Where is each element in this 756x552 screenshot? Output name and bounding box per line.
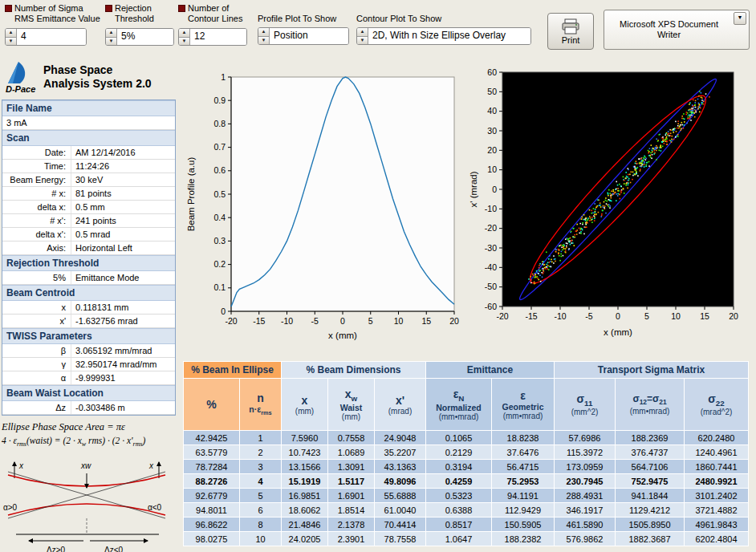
rejection-value-field[interactable]: 5%: [117, 29, 173, 45]
control-indicator-icon: [5, 5, 12, 12]
table-cell: 55.6888: [375, 489, 426, 503]
sigma-control: Number of Sigma RMS Emittance Value 4: [5, 3, 101, 46]
section-header-scan: Scan: [2, 130, 175, 146]
contour-lines-value-field[interactable]: 12: [190, 29, 246, 45]
rms-emittance-formula: 4 · εrms(waist) = (2 · xw rms) · (2 · x'…: [2, 436, 176, 448]
rejection-label-line2: Threshold: [115, 14, 154, 23]
svg-text:20: 20: [729, 311, 738, 321]
table-cell: 56.4715: [492, 460, 555, 474]
column-header: xwWaist(mm): [328, 379, 375, 431]
table-cell: 16.9851: [282, 489, 328, 503]
info-row: Axis:Horizontal Left: [2, 242, 175, 255]
column-header: x(mm): [282, 379, 328, 431]
table-cell: 346.1917: [555, 503, 616, 518]
info-value: 3 mA: [2, 116, 175, 129]
table-cell: 188.2382: [492, 532, 555, 546]
svg-text:10: 10: [394, 316, 404, 326]
info-label: # x:: [2, 187, 71, 200]
table-cell: 188.2369: [616, 431, 685, 445]
info-label: x: [2, 301, 71, 314]
section-header-beam-centroid: Beam Centroid: [2, 285, 175, 301]
increment-button[interactable]: [6, 29, 16, 38]
print-button[interactable]: Print: [547, 13, 594, 50]
contour-plot-ring[interactable]: 2D, With n Size Ellipse Overlay: [356, 27, 531, 45]
section-header-file-name: File Name: [2, 100, 175, 116]
info-value: 81 points: [71, 187, 175, 200]
beam-waist-diagram: x x xw α>0 α<0 Δz>0 Δz<0: [2, 451, 172, 552]
svg-text:20: 20: [487, 145, 497, 155]
diagram-alpha-negative-label: α<0: [148, 503, 162, 512]
section-header-rejection-threshold: Rejection Threshold: [2, 255, 175, 271]
table-cell: 5: [240, 489, 282, 503]
table-cell: 620.2480: [685, 431, 749, 445]
column-header: x'(mrad): [375, 379, 426, 431]
table-cell: 1.0689: [328, 445, 375, 460]
svg-text:-20: -20: [496, 311, 508, 321]
table-cell: 0.4259: [426, 474, 492, 489]
sigma-label-line1: Number of Sigma: [14, 3, 83, 13]
table-row: 94.8011618.60621.851461.00400.6388112.94…: [184, 503, 749, 518]
table-cell: 288.4931: [555, 489, 616, 503]
table-cell: 98.0275: [184, 532, 240, 546]
table-cell: 42.9425: [184, 431, 240, 445]
contour-lines-label: Number of Contour Lines: [188, 3, 243, 24]
decrement-button[interactable]: [258, 37, 269, 45]
table-row: 63.5779210.74231.068935.22070.212937.647…: [184, 445, 749, 460]
table-cell: 1.0647: [426, 532, 492, 546]
sigma-spinner[interactable]: 4: [5, 28, 87, 46]
table-cell: 1: [240, 431, 282, 445]
table-cell: 564.7106: [616, 460, 685, 474]
svg-text:1: 1: [221, 72, 226, 82]
decrement-button[interactable]: [357, 37, 368, 45]
table-cell: 1.3091: [328, 460, 375, 474]
svg-text:0: 0: [340, 316, 345, 326]
svg-text:0.3: 0.3: [213, 236, 226, 246]
increment-button[interactable]: [179, 29, 189, 38]
diagram-x-right-label: x: [148, 461, 154, 470]
decrement-button[interactable]: [106, 38, 116, 46]
printer-select[interactable]: Microsoft XPS Document Writer: [604, 10, 750, 50]
svg-text:-5: -5: [585, 311, 592, 321]
column-header: εGeometric(mm•mrad): [492, 379, 555, 431]
sigma-label: Number of Sigma RMS Emittance Value: [14, 3, 100, 24]
info-row: β3.065192 mm/mrad: [2, 344, 175, 358]
spinner-arrows: [179, 29, 190, 45]
svg-text:-10: -10: [281, 316, 293, 326]
table-cell: 7.5960: [282, 431, 328, 445]
info-label: Date:: [2, 146, 71, 159]
table-cell: 21.4846: [282, 518, 328, 532]
increment-button[interactable]: [258, 28, 269, 37]
contour-plot-value[interactable]: 2D, With n Size Ellipse Overlay: [368, 28, 530, 44]
phase-space-analysis-app: Number of Sigma RMS Emittance Value 4 Re…: [0, 0, 756, 552]
profile-plot-value[interactable]: Position: [270, 28, 348, 44]
dpace-logo-text: D-Pace: [6, 84, 35, 94]
rejection-spinner[interactable]: 5%: [105, 28, 174, 46]
info-label: Beam Energy:: [2, 173, 71, 186]
decrement-button[interactable]: [179, 38, 189, 46]
control-indicator-icon: [105, 5, 112, 12]
svg-text:-10: -10: [554, 311, 566, 321]
svg-text:0: 0: [616, 311, 620, 321]
diagram-dz-positive-label: Δz>0: [47, 546, 66, 552]
table-cell: 18.6062: [282, 503, 328, 518]
print-icon: [561, 18, 580, 34]
table-cell: 0.8517: [426, 518, 492, 532]
sigma-value-field[interactable]: 4: [17, 29, 86, 45]
table-cell: 1129.4212: [616, 503, 685, 518]
decrement-button[interactable]: [6, 38, 16, 46]
svg-text:0.1: 0.1: [213, 282, 226, 292]
table-cell: 13.1566: [282, 460, 328, 474]
info-value: 32.950174 mrad/mm: [71, 358, 175, 371]
profile-plot-ring[interactable]: Position: [258, 27, 349, 45]
svg-text:10: 10: [487, 164, 497, 174]
info-label: Δz: [2, 401, 71, 414]
svg-text:50: 50: [487, 87, 497, 96]
spinner-arrows: [6, 29, 17, 45]
contour-lines-spinner[interactable]: 12: [178, 28, 247, 46]
printer-dropdown-button[interactable]: [734, 12, 746, 25]
increment-button[interactable]: [106, 29, 116, 38]
table-row: 92.6779516.98511.690155.68880.532394.119…: [184, 489, 749, 503]
column-header: nn·εrms: [240, 379, 282, 431]
info-row: delta x':0.5 mrad: [2, 228, 175, 242]
increment-button[interactable]: [357, 28, 368, 37]
